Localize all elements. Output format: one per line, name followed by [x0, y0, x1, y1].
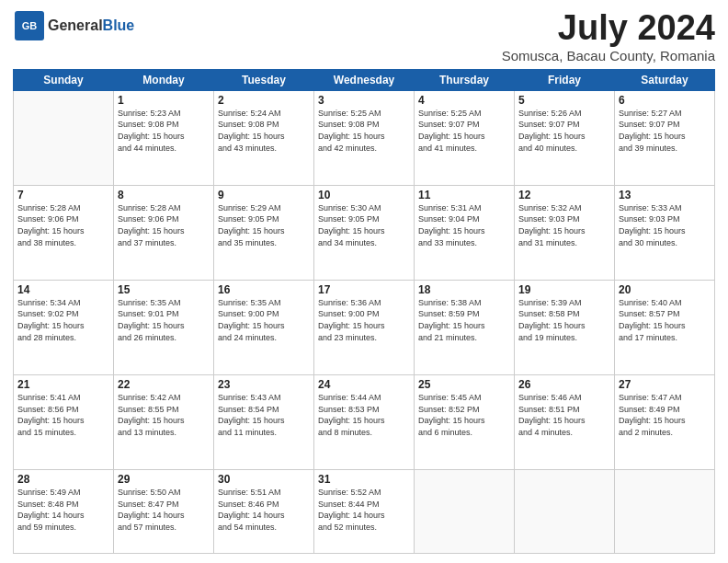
calendar-cell: 4Sunrise: 5:25 AM Sunset: 9:07 PM Daylig… — [415, 90, 515, 185]
title-block: July 2024 Somusca, Bacau County, Romania — [502, 9, 715, 63]
logo-general-text: General — [48, 17, 103, 34]
header-saturday: Saturday — [615, 69, 715, 90]
calendar-cell: 25Sunrise: 5:45 AM Sunset: 8:52 PM Dayli… — [415, 374, 515, 469]
calendar-cell: 23Sunrise: 5:43 AM Sunset: 8:54 PM Dayli… — [214, 374, 314, 469]
day-number: 7 — [17, 189, 109, 201]
day-number: 25 — [418, 378, 510, 391]
calendar-week-row: 14Sunrise: 5:34 AM Sunset: 9:02 PM Dayli… — [14, 280, 715, 374]
day-info: Sunrise: 5:52 AM Sunset: 8:44 PM Dayligh… — [318, 487, 410, 533]
day-info: Sunrise: 5:25 AM Sunset: 9:08 PM Dayligh… — [318, 108, 410, 154]
day-number: 2 — [218, 94, 310, 107]
calendar-cell: 1Sunrise: 5:23 AM Sunset: 9:08 PM Daylig… — [114, 90, 214, 185]
calendar-cell: 20Sunrise: 5:40 AM Sunset: 8:57 PM Dayli… — [615, 280, 715, 374]
day-info: Sunrise: 5:41 AM Sunset: 8:56 PM Dayligh… — [17, 392, 109, 438]
calendar-cell: 30Sunrise: 5:51 AM Sunset: 8:46 PM Dayli… — [214, 469, 314, 553]
calendar-cell: 9Sunrise: 5:29 AM Sunset: 9:05 PM Daylig… — [214, 185, 314, 280]
calendar-cell: 3Sunrise: 5:25 AM Sunset: 9:08 PM Daylig… — [314, 90, 415, 185]
logo-icon: GB — [13, 9, 46, 42]
day-info: Sunrise: 5:38 AM Sunset: 8:59 PM Dayligh… — [418, 297, 510, 343]
day-info: Sunrise: 5:23 AM Sunset: 9:08 PM Dayligh… — [118, 108, 210, 154]
header-friday: Friday — [515, 69, 615, 90]
day-number: 31 — [318, 473, 410, 486]
header-monday: Monday — [114, 69, 214, 90]
day-number: 17 — [318, 283, 410, 296]
day-info: Sunrise: 5:46 AM Sunset: 8:51 PM Dayligh… — [518, 392, 610, 438]
calendar-cell: 5Sunrise: 5:26 AM Sunset: 9:07 PM Daylig… — [515, 90, 615, 185]
day-info: Sunrise: 5:43 AM Sunset: 8:54 PM Dayligh… — [218, 392, 310, 438]
day-number: 3 — [318, 94, 410, 107]
logo: GB GeneralBlue — [13, 9, 134, 42]
day-info: Sunrise: 5:39 AM Sunset: 8:58 PM Dayligh… — [518, 297, 610, 343]
calendar-cell: 18Sunrise: 5:38 AM Sunset: 8:59 PM Dayli… — [415, 280, 515, 374]
day-number: 22 — [118, 378, 210, 391]
calendar-cell: 16Sunrise: 5:35 AM Sunset: 9:00 PM Dayli… — [214, 280, 314, 374]
day-info: Sunrise: 5:28 AM Sunset: 9:06 PM Dayligh… — [118, 202, 210, 248]
calendar-cell: 7Sunrise: 5:28 AM Sunset: 9:06 PM Daylig… — [14, 185, 114, 280]
calendar-cell: 19Sunrise: 5:39 AM Sunset: 8:58 PM Dayli… — [515, 280, 615, 374]
calendar-cell: 2Sunrise: 5:24 AM Sunset: 9:08 PM Daylig… — [214, 90, 314, 185]
calendar-week-row: 21Sunrise: 5:41 AM Sunset: 8:56 PM Dayli… — [14, 374, 715, 469]
day-number: 27 — [619, 378, 711, 391]
location: Somusca, Bacau County, Romania — [502, 48, 715, 63]
day-info: Sunrise: 5:32 AM Sunset: 9:03 PM Dayligh… — [518, 202, 610, 248]
day-info: Sunrise: 5:50 AM Sunset: 8:47 PM Dayligh… — [118, 487, 210, 533]
day-info: Sunrise: 5:27 AM Sunset: 9:07 PM Dayligh… — [619, 108, 711, 154]
day-number: 14 — [17, 283, 109, 296]
calendar-cell: 10Sunrise: 5:30 AM Sunset: 9:05 PM Dayli… — [314, 185, 415, 280]
calendar-cell: 26Sunrise: 5:46 AM Sunset: 8:51 PM Dayli… — [515, 374, 615, 469]
day-info: Sunrise: 5:26 AM Sunset: 9:07 PM Dayligh… — [518, 108, 610, 154]
header-wednesday: Wednesday — [314, 69, 415, 90]
calendar-cell: 22Sunrise: 5:42 AM Sunset: 8:55 PM Dayli… — [114, 374, 214, 469]
calendar-cell: 27Sunrise: 5:47 AM Sunset: 8:49 PM Dayli… — [615, 374, 715, 469]
header-thursday: Thursday — [415, 69, 515, 90]
day-number: 11 — [418, 189, 510, 201]
day-number: 9 — [218, 189, 310, 201]
day-number: 26 — [518, 378, 610, 391]
calendar-cell: 21Sunrise: 5:41 AM Sunset: 8:56 PM Dayli… — [14, 374, 114, 469]
day-info: Sunrise: 5:25 AM Sunset: 9:07 PM Dayligh… — [418, 108, 510, 154]
month-title: July 2024 — [502, 9, 715, 48]
svg-text:GB: GB — [22, 20, 38, 31]
day-number: 21 — [17, 378, 109, 391]
day-info: Sunrise: 5:40 AM Sunset: 8:57 PM Dayligh… — [619, 297, 711, 343]
calendar-week-row: 1Sunrise: 5:23 AM Sunset: 9:08 PM Daylig… — [14, 90, 715, 185]
calendar-cell — [415, 469, 515, 553]
calendar-table: Sunday Monday Tuesday Wednesday Thursday… — [13, 69, 715, 554]
day-info: Sunrise: 5:30 AM Sunset: 9:05 PM Dayligh… — [318, 202, 410, 248]
calendar-cell: 11Sunrise: 5:31 AM Sunset: 9:04 PM Dayli… — [415, 185, 515, 280]
day-info: Sunrise: 5:35 AM Sunset: 9:01 PM Dayligh… — [118, 297, 210, 343]
day-number: 20 — [619, 283, 711, 296]
calendar-cell: 24Sunrise: 5:44 AM Sunset: 8:53 PM Dayli… — [314, 374, 415, 469]
day-number: 5 — [518, 94, 610, 107]
day-info: Sunrise: 5:42 AM Sunset: 8:55 PM Dayligh… — [118, 392, 210, 438]
day-number: 29 — [118, 473, 210, 486]
header: GB GeneralBlue July 2024 Somusca, Bacau … — [13, 9, 715, 63]
calendar-cell: 17Sunrise: 5:36 AM Sunset: 9:00 PM Dayli… — [314, 280, 415, 374]
calendar-cell: 15Sunrise: 5:35 AM Sunset: 9:01 PM Dayli… — [114, 280, 214, 374]
day-number: 1 — [118, 94, 210, 107]
day-number: 13 — [619, 189, 711, 201]
day-number: 6 — [619, 94, 711, 107]
day-info: Sunrise: 5:36 AM Sunset: 9:00 PM Dayligh… — [318, 297, 410, 343]
day-number: 18 — [418, 283, 510, 296]
calendar-week-row: 28Sunrise: 5:49 AM Sunset: 8:48 PM Dayli… — [14, 469, 715, 553]
calendar-cell: 29Sunrise: 5:50 AM Sunset: 8:47 PM Dayli… — [114, 469, 214, 553]
day-number: 16 — [218, 283, 310, 296]
day-info: Sunrise: 5:31 AM Sunset: 9:04 PM Dayligh… — [418, 202, 510, 248]
day-info: Sunrise: 5:24 AM Sunset: 9:08 PM Dayligh… — [218, 108, 310, 154]
header-tuesday: Tuesday — [214, 69, 314, 90]
day-info: Sunrise: 5:51 AM Sunset: 8:46 PM Dayligh… — [218, 487, 310, 533]
day-info: Sunrise: 5:35 AM Sunset: 9:00 PM Dayligh… — [218, 297, 310, 343]
calendar-cell — [14, 90, 114, 185]
day-info: Sunrise: 5:28 AM Sunset: 9:06 PM Dayligh… — [17, 202, 109, 248]
calendar-cell: 6Sunrise: 5:27 AM Sunset: 9:07 PM Daylig… — [615, 90, 715, 185]
weekday-header-row: Sunday Monday Tuesday Wednesday Thursday… — [14, 69, 715, 90]
day-number: 23 — [218, 378, 310, 391]
calendar-cell: 13Sunrise: 5:33 AM Sunset: 9:03 PM Dayli… — [615, 185, 715, 280]
day-number: 24 — [318, 378, 410, 391]
day-number: 12 — [518, 189, 610, 201]
day-info: Sunrise: 5:49 AM Sunset: 8:48 PM Dayligh… — [17, 487, 109, 533]
day-info: Sunrise: 5:33 AM Sunset: 9:03 PM Dayligh… — [619, 202, 711, 248]
day-info: Sunrise: 5:29 AM Sunset: 9:05 PM Dayligh… — [218, 202, 310, 248]
calendar-week-row: 7Sunrise: 5:28 AM Sunset: 9:06 PM Daylig… — [14, 185, 715, 280]
